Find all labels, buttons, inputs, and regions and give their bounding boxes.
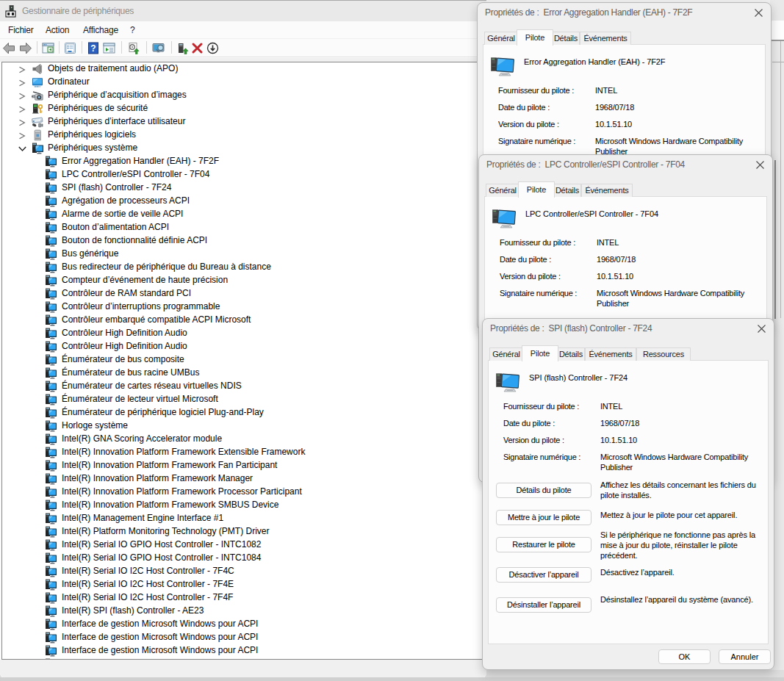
svg-text:?: ?	[90, 43, 96, 54]
